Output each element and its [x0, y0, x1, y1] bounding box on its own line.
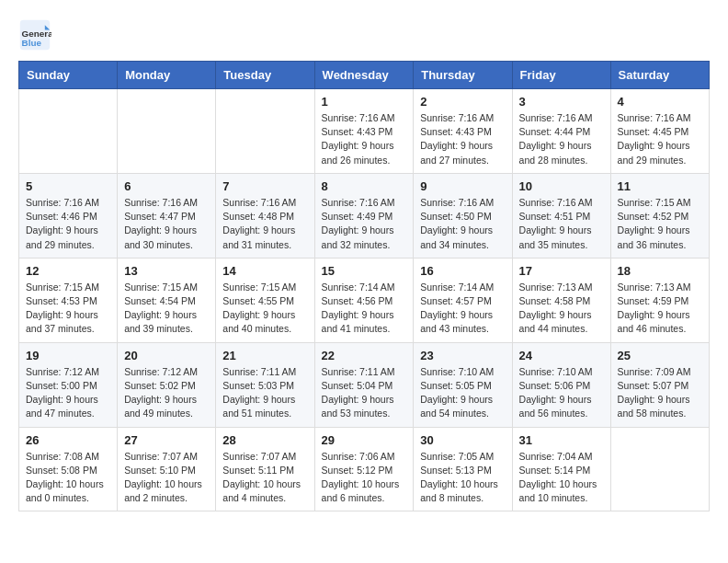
day-number: 9: [420, 179, 505, 193]
calendar-cell: 16Sunrise: 7:14 AM Sunset: 4:57 PM Dayli…: [414, 258, 512, 342]
logo-icon: General Blue: [18, 18, 51, 52]
calendar-table: SundayMondayTuesdayWednesdayThursdayFrid…: [18, 61, 710, 511]
day-number: 17: [519, 264, 604, 278]
day-header-monday: Monday: [118, 62, 216, 89]
calendar-cell: 7Sunrise: 7:16 AM Sunset: 4:48 PM Daylig…: [216, 173, 314, 258]
calendar-cell: 18Sunrise: 7:13 AM Sunset: 4:59 PM Dayli…: [610, 258, 709, 342]
calendar-cell: 25Sunrise: 7:09 AM Sunset: 5:07 PM Dayli…: [610, 342, 709, 427]
day-info: Sunrise: 7:07 AM Sunset: 5:10 PM Dayligh…: [124, 450, 209, 506]
calendar-cell: 8Sunrise: 7:16 AM Sunset: 4:49 PM Daylig…: [314, 173, 414, 258]
day-number: 3: [519, 95, 604, 109]
calendar-cell: 14Sunrise: 7:15 AM Sunset: 4:55 PM Dayli…: [216, 258, 314, 342]
day-info: Sunrise: 7:16 AM Sunset: 4:47 PM Dayligh…: [124, 196, 209, 252]
day-info: Sunrise: 7:16 AM Sunset: 4:49 PM Dayligh…: [322, 196, 407, 252]
calendar-cell: 27Sunrise: 7:07 AM Sunset: 5:10 PM Dayli…: [118, 427, 216, 511]
day-number: 27: [124, 433, 209, 447]
day-header-friday: Friday: [512, 62, 610, 89]
day-info: Sunrise: 7:11 AM Sunset: 5:04 PM Dayligh…: [322, 365, 407, 421]
day-info: Sunrise: 7:16 AM Sunset: 4:48 PM Dayligh…: [222, 196, 307, 252]
day-number: 19: [26, 349, 110, 362]
calendar-cell: 11Sunrise: 7:15 AM Sunset: 4:52 PM Dayli…: [610, 173, 709, 258]
svg-text:Blue: Blue: [22, 38, 42, 48]
logo: General Blue: [18, 18, 57, 52]
day-info: Sunrise: 7:15 AM Sunset: 4:55 PM Dayligh…: [222, 281, 307, 337]
day-number: 29: [322, 433, 407, 447]
day-info: Sunrise: 7:16 AM Sunset: 4:44 PM Dayligh…: [519, 111, 604, 167]
day-number: 31: [519, 433, 604, 447]
calendar-cell: 2Sunrise: 7:16 AM Sunset: 4:43 PM Daylig…: [414, 89, 512, 174]
calendar-cell: 31Sunrise: 7:04 AM Sunset: 5:14 PM Dayli…: [512, 427, 610, 511]
day-info: Sunrise: 7:14 AM Sunset: 4:56 PM Dayligh…: [322, 281, 407, 337]
day-number: 14: [222, 264, 307, 278]
calendar-cell: 19Sunrise: 7:12 AM Sunset: 5:00 PM Dayli…: [19, 342, 118, 427]
calendar-cell: 1Sunrise: 7:16 AM Sunset: 4:43 PM Daylig…: [314, 89, 414, 174]
week-row-3: 12Sunrise: 7:15 AM Sunset: 4:53 PM Dayli…: [19, 258, 710, 342]
week-row-2: 5Sunrise: 7:16 AM Sunset: 4:46 PM Daylig…: [19, 173, 710, 258]
calendar-cell: 23Sunrise: 7:10 AM Sunset: 5:05 PM Dayli…: [414, 342, 512, 427]
day-number: 10: [519, 179, 604, 193]
day-number: 5: [26, 179, 110, 193]
day-info: Sunrise: 7:05 AM Sunset: 5:13 PM Dayligh…: [420, 450, 505, 506]
day-number: 21: [222, 349, 307, 362]
day-info: Sunrise: 7:13 AM Sunset: 4:58 PM Dayligh…: [519, 281, 604, 337]
calendar-cell: 12Sunrise: 7:15 AM Sunset: 4:53 PM Dayli…: [19, 258, 118, 342]
day-info: Sunrise: 7:16 AM Sunset: 4:43 PM Dayligh…: [322, 111, 407, 167]
day-info: Sunrise: 7:04 AM Sunset: 5:14 PM Dayligh…: [519, 450, 604, 506]
day-number: 22: [322, 349, 407, 362]
day-number: 28: [222, 433, 307, 447]
day-info: Sunrise: 7:16 AM Sunset: 4:51 PM Dayligh…: [519, 196, 604, 252]
day-header-sunday: Sunday: [19, 62, 118, 89]
day-number: 25: [618, 349, 702, 362]
day-header-saturday: Saturday: [610, 62, 709, 89]
day-number: 6: [124, 179, 209, 193]
day-info: Sunrise: 7:07 AM Sunset: 5:11 PM Dayligh…: [222, 450, 307, 506]
calendar-cell: 9Sunrise: 7:16 AM Sunset: 4:50 PM Daylig…: [414, 173, 512, 258]
day-info: Sunrise: 7:16 AM Sunset: 4:50 PM Dayligh…: [420, 196, 505, 252]
calendar-cell: 21Sunrise: 7:11 AM Sunset: 5:03 PM Dayli…: [216, 342, 314, 427]
day-number: 12: [26, 264, 110, 278]
day-info: Sunrise: 7:08 AM Sunset: 5:08 PM Dayligh…: [26, 450, 110, 506]
day-number: 30: [420, 433, 505, 447]
day-number: 2: [420, 95, 505, 109]
day-number: 4: [618, 95, 702, 109]
calendar-cell: 4Sunrise: 7:16 AM Sunset: 4:45 PM Daylig…: [610, 89, 709, 174]
calendar-cell: [118, 89, 216, 174]
calendar-cell: 13Sunrise: 7:15 AM Sunset: 4:54 PM Dayli…: [118, 258, 216, 342]
calendar-cell: 28Sunrise: 7:07 AM Sunset: 5:11 PM Dayli…: [216, 427, 314, 511]
calendar-cell: [19, 89, 118, 174]
day-info: Sunrise: 7:13 AM Sunset: 4:59 PM Dayligh…: [618, 281, 702, 337]
day-header-wednesday: Wednesday: [314, 62, 414, 89]
day-info: Sunrise: 7:16 AM Sunset: 4:46 PM Dayligh…: [26, 196, 110, 252]
day-info: Sunrise: 7:15 AM Sunset: 4:53 PM Dayligh…: [26, 281, 110, 337]
day-number: 20: [124, 349, 209, 362]
calendar-cell: [216, 89, 314, 174]
day-info: Sunrise: 7:10 AM Sunset: 5:05 PM Dayligh…: [420, 365, 505, 421]
week-row-4: 19Sunrise: 7:12 AM Sunset: 5:00 PM Dayli…: [19, 342, 710, 427]
day-header-tuesday: Tuesday: [216, 62, 314, 89]
day-info: Sunrise: 7:12 AM Sunset: 5:02 PM Dayligh…: [124, 365, 209, 421]
calendar-header-row: SundayMondayTuesdayWednesdayThursdayFrid…: [19, 62, 710, 89]
calendar-cell: 26Sunrise: 7:08 AM Sunset: 5:08 PM Dayli…: [19, 427, 118, 511]
calendar-cell: 20Sunrise: 7:12 AM Sunset: 5:02 PM Dayli…: [118, 342, 216, 427]
day-info: Sunrise: 7:15 AM Sunset: 4:54 PM Dayligh…: [124, 281, 209, 337]
day-number: 26: [26, 433, 110, 447]
calendar-cell: 29Sunrise: 7:06 AM Sunset: 5:12 PM Dayli…: [314, 427, 414, 511]
day-number: 13: [124, 264, 209, 278]
day-number: 7: [222, 179, 307, 193]
day-info: Sunrise: 7:16 AM Sunset: 4:45 PM Dayligh…: [618, 111, 702, 167]
day-number: 1: [322, 95, 407, 109]
day-number: 16: [420, 264, 505, 278]
day-info: Sunrise: 7:06 AM Sunset: 5:12 PM Dayligh…: [322, 450, 407, 506]
calendar-cell: [610, 427, 709, 511]
day-info: Sunrise: 7:10 AM Sunset: 5:06 PM Dayligh…: [519, 365, 604, 421]
day-info: Sunrise: 7:11 AM Sunset: 5:03 PM Dayligh…: [222, 365, 307, 421]
calendar-cell: 15Sunrise: 7:14 AM Sunset: 4:56 PM Dayli…: [314, 258, 414, 342]
day-info: Sunrise: 7:09 AM Sunset: 5:07 PM Dayligh…: [618, 365, 702, 421]
calendar-cell: 17Sunrise: 7:13 AM Sunset: 4:58 PM Dayli…: [512, 258, 610, 342]
day-header-thursday: Thursday: [414, 62, 512, 89]
day-number: 24: [519, 349, 604, 362]
day-info: Sunrise: 7:14 AM Sunset: 4:57 PM Dayligh…: [420, 281, 505, 337]
day-number: 15: [322, 264, 407, 278]
day-info: Sunrise: 7:16 AM Sunset: 4:43 PM Dayligh…: [420, 111, 505, 167]
day-number: 23: [420, 349, 505, 362]
